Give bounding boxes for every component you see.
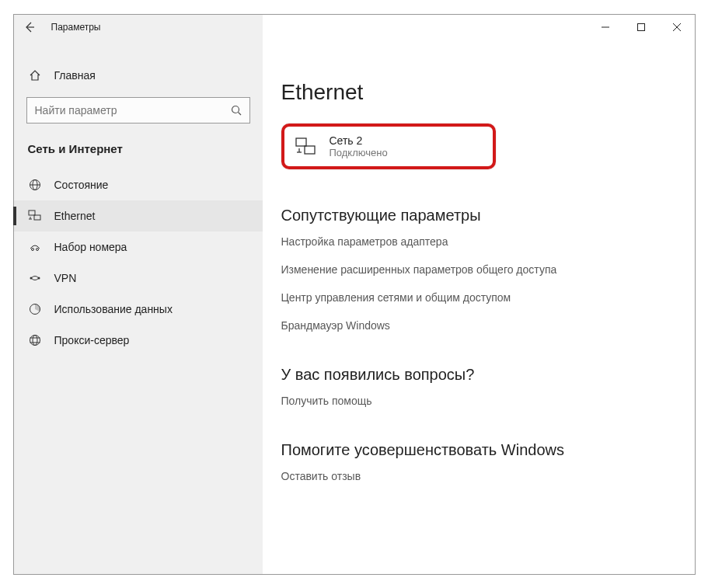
svg-rect-9 xyxy=(29,210,35,215)
search-icon xyxy=(231,105,242,116)
maximize-button[interactable] xyxy=(623,15,659,40)
network-status: Подключено xyxy=(330,147,388,158)
dialup-icon xyxy=(28,241,42,253)
svg-rect-22 xyxy=(296,138,306,146)
sidebar-item-label: Прокси-сервер xyxy=(54,334,130,346)
home-button[interactable]: Главная xyxy=(14,63,263,88)
svg-point-19 xyxy=(33,336,37,346)
minimize-button[interactable] xyxy=(588,15,623,40)
feedback-heading: Помогите усовершенствовать Windows xyxy=(281,441,682,459)
data-usage-icon xyxy=(28,303,42,315)
search-input-container[interactable] xyxy=(26,97,250,124)
network-card[interactable]: Сеть 2 Подключено xyxy=(281,124,496,169)
link-feedback[interactable]: Оставить отзыв xyxy=(281,470,682,482)
link-adapter-settings[interactable]: Настройка параметров адаптера xyxy=(281,235,682,248)
page-heading: Ethernet xyxy=(281,80,682,105)
section-title: Сеть и Интернет xyxy=(14,137,263,169)
sidebar-item-label: Ethernet xyxy=(54,210,96,222)
sidebar-item-label: Использование данных xyxy=(54,303,173,315)
sidebar-item-label: Набор номера xyxy=(54,241,127,253)
close-icon xyxy=(673,23,681,31)
link-windows-firewall[interactable]: Брандмауэр Windows xyxy=(281,319,682,332)
sidebar-item-status[interactable]: Состояние xyxy=(14,169,263,200)
vpn-icon xyxy=(28,272,42,284)
svg-rect-23 xyxy=(305,146,315,154)
back-button[interactable] xyxy=(14,15,45,40)
svg-point-18 xyxy=(30,336,40,346)
sidebar-item-dialup[interactable]: Набор номера xyxy=(14,231,263,263)
maximize-icon xyxy=(637,23,645,31)
ethernet-icon xyxy=(28,210,42,222)
svg-line-5 xyxy=(238,113,241,116)
home-icon xyxy=(28,69,42,82)
close-button[interactable] xyxy=(659,15,695,40)
sidebar-item-proxy[interactable]: Прокси-сервер xyxy=(14,325,263,356)
sidebar-item-ethernet[interactable]: Ethernet xyxy=(14,200,263,231)
link-advanced-sharing[interactable]: Изменение расширенных параметров общего … xyxy=(281,263,682,276)
svg-point-14 xyxy=(36,249,38,251)
arrow-left-icon xyxy=(23,21,36,33)
svg-rect-1 xyxy=(637,24,644,31)
svg-rect-10 xyxy=(34,215,40,220)
globe-icon xyxy=(28,179,42,191)
svg-point-4 xyxy=(232,106,239,113)
search-input[interactable] xyxy=(35,104,231,117)
link-get-help[interactable]: Получить помощь xyxy=(281,395,682,407)
related-heading: Сопутствующие параметры xyxy=(281,207,682,224)
network-name: Сеть 2 xyxy=(330,134,388,147)
sidebar-item-data-usage[interactable]: Использование данных xyxy=(14,294,263,325)
home-label: Главная xyxy=(54,69,96,82)
svg-point-13 xyxy=(31,249,33,251)
proxy-icon xyxy=(28,334,42,346)
sidebar-item-vpn[interactable]: VPN xyxy=(14,263,263,294)
minimize-icon xyxy=(602,23,609,31)
sidebar-item-label: VPN xyxy=(54,272,77,284)
sidebar-item-label: Состояние xyxy=(54,179,109,191)
window-title: Параметры xyxy=(51,22,101,33)
network-icon xyxy=(295,137,317,156)
questions-heading: У вас появились вопросы? xyxy=(281,366,682,384)
link-network-center[interactable]: Центр управления сетями и общим доступом xyxy=(281,291,682,304)
